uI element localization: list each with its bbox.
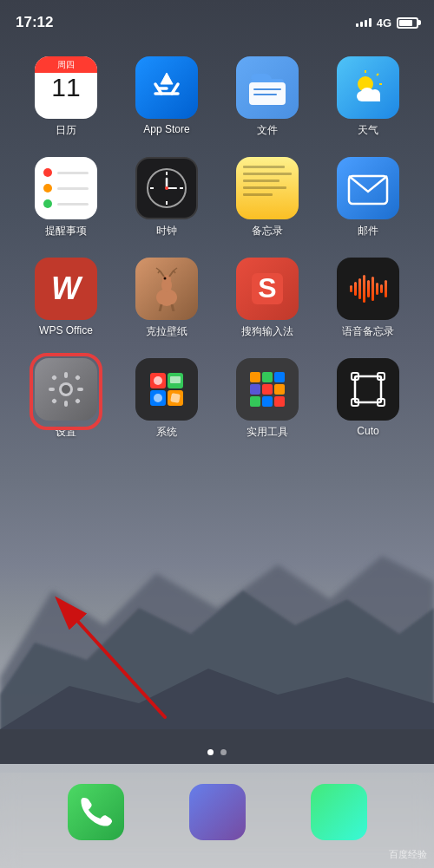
- settings-wrapper: [35, 358, 97, 425]
- svg-rect-65: [250, 396, 260, 407]
- svg-line-31: [156, 268, 160, 271]
- reminders-icon: [35, 157, 97, 219]
- signal-bar-3: [365, 20, 367, 27]
- app-row-1: 周四 11 日历 App Store: [16, 56, 418, 138]
- voice-bar-3: [358, 278, 361, 299]
- svg-rect-67: [274, 396, 285, 407]
- app-tools[interactable]: 实用工具: [229, 358, 306, 440]
- tools-svg: [246, 368, 289, 411]
- app-row-4: 设置 系统: [16, 358, 418, 440]
- dock-app-2[interactable]: [186, 784, 248, 845]
- app-voice[interactable]: 语音备忘录: [330, 258, 406, 339]
- dock-app-phone[interactable]: [64, 784, 127, 845]
- mail-label: 邮件: [358, 224, 378, 238]
- reminder-dot-green: [43, 199, 52, 208]
- calendar-label: 日历: [56, 123, 76, 138]
- app-notes[interactable]: 备忘录: [229, 157, 306, 238]
- notes-line-5: [243, 193, 273, 196]
- svg-point-55: [154, 376, 162, 385]
- notes-content: [236, 157, 299, 219]
- app-sogou[interactable]: S 搜狗输入法: [229, 258, 306, 339]
- battery-fill: [399, 20, 412, 26]
- status-right: 4G: [356, 16, 418, 29]
- app-cuto[interactable]: Cuto: [330, 358, 406, 440]
- notes-line-2: [243, 173, 292, 175]
- svg-line-33: [169, 271, 174, 277]
- voice-bar-2: [354, 282, 357, 296]
- app-appstore[interactable]: App Store: [128, 56, 205, 138]
- kela-icon: [135, 258, 198, 320]
- tools-icon: [236, 358, 299, 421]
- app-reminders[interactable]: 提醒事项: [28, 157, 104, 238]
- page-dot-1[interactable]: [207, 749, 214, 755]
- notes-line-4: [243, 186, 286, 189]
- app-mail[interactable]: 邮件: [330, 157, 406, 238]
- app-settings[interactable]: 设置: [28, 358, 104, 440]
- signal-type: 4G: [377, 16, 391, 29]
- reminders-label: 提醒事项: [45, 224, 87, 238]
- sogou-svg: S: [245, 266, 290, 311]
- app-weather[interactable]: 天气: [330, 56, 406, 138]
- app-calendar[interactable]: 周四 11 日历: [28, 56, 104, 138]
- voice-bar-9: [385, 280, 387, 297]
- clock-label: 时钟: [156, 224, 177, 238]
- svg-point-25: [165, 186, 168, 190]
- voice-wave: [350, 275, 387, 303]
- status-time: 17:12: [16, 14, 53, 31]
- dock-icon-2: [189, 784, 246, 840]
- app-clock[interactable]: 时钟: [128, 157, 205, 238]
- mail-svg: [345, 169, 391, 207]
- appstore-svg: [148, 69, 185, 106]
- reminders-content: [35, 157, 97, 219]
- app-kela[interactable]: 克拉壁纸: [128, 258, 205, 339]
- cuto-label: Cuto: [357, 425, 378, 437]
- signal-bar-2: [360, 22, 363, 27]
- cuto-svg: [346, 368, 390, 411]
- reminder-line-2: [57, 187, 89, 190]
- files-icon: [236, 56, 299, 119]
- page-dot-2[interactable]: [220, 749, 227, 755]
- svg-rect-59: [250, 372, 260, 382]
- watermark: 百度经验: [389, 848, 427, 861]
- voice-bar-7: [376, 283, 378, 295]
- wps-icon: W: [35, 258, 97, 320]
- calendar-date: 11: [51, 73, 80, 101]
- reminder-row-2: [43, 184, 89, 193]
- app-row-2: 提醒事项: [16, 157, 418, 238]
- svg-rect-64: [274, 384, 285, 395]
- svg-rect-60: [262, 372, 273, 382]
- calendar-day: 周四: [35, 56, 97, 73]
- notes-icon: [236, 157, 299, 219]
- signal-bar-1: [356, 23, 358, 27]
- battery-icon: [397, 17, 418, 29]
- signal-bar-4: [369, 18, 372, 27]
- phone-icon: [68, 784, 124, 840]
- voice-bar-8: [380, 284, 383, 293]
- app-files[interactable]: 文件: [229, 56, 306, 138]
- files-svg: [246, 69, 289, 107]
- notes-label: 备忘录: [252, 224, 283, 238]
- svg-rect-68: [355, 376, 381, 402]
- dock-icon-3: [311, 784, 367, 840]
- clock-svg: [143, 165, 190, 212]
- app-system[interactable]: 系统: [128, 358, 205, 440]
- voice-bar-1: [350, 285, 352, 292]
- settings-highlight-box: [30, 353, 102, 430]
- svg-line-30: [160, 271, 164, 277]
- reminder-dot-orange: [43, 184, 52, 193]
- svg-rect-17: [362, 95, 380, 101]
- svg-point-38: [164, 277, 167, 280]
- svg-rect-61: [274, 372, 285, 382]
- weather-label: 天气: [358, 123, 378, 138]
- svg-line-32: [158, 271, 160, 273]
- cuto-icon: [337, 358, 399, 421]
- app-wps[interactable]: W WPS Office: [28, 258, 104, 339]
- weather-svg: [346, 69, 390, 107]
- svg-rect-66: [262, 396, 273, 407]
- svg-rect-62: [250, 384, 260, 395]
- mail-icon: [337, 157, 399, 219]
- sogou-label: 搜狗输入法: [241, 324, 293, 339]
- svg-rect-3: [0, 729, 434, 764]
- mountain-background: [0, 434, 434, 764]
- dock-app-3[interactable]: [307, 784, 370, 845]
